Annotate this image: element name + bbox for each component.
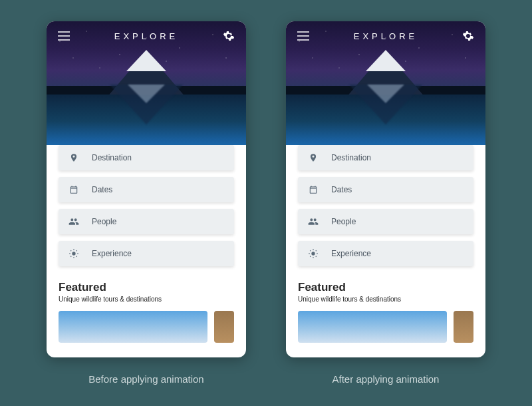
featured-subtitle: Unique wildlife tours & destinations (298, 296, 473, 303)
filter-label: Dates (92, 185, 112, 194)
filter-label: Destination (331, 153, 371, 162)
phone-after: EXPLORE Destination (286, 21, 485, 357)
hero-image: EXPLORE (47, 21, 246, 161)
calendar-icon (68, 184, 80, 196)
featured-card[interactable] (59, 311, 207, 343)
pin-icon (307, 152, 319, 164)
filter-label: Experience (331, 249, 371, 258)
filter-label: People (331, 217, 356, 226)
filter-label: People (92, 217, 116, 226)
filter-experience[interactable]: Experience (59, 241, 234, 266)
filter-dates[interactable]: Dates (59, 177, 234, 202)
filter-dates[interactable]: Dates (298, 177, 473, 202)
menu-icon[interactable] (295, 28, 311, 44)
filter-label: Experience (92, 249, 132, 258)
people-icon (68, 216, 80, 228)
settings-icon[interactable] (221, 28, 237, 44)
page-title: EXPLORE (114, 31, 178, 41)
filter-destination[interactable]: Destination (59, 145, 234, 170)
phone-before: EXPLORE Destination (47, 21, 246, 357)
svg-point-0 (72, 252, 75, 255)
settings-icon[interactable] (460, 28, 476, 44)
filter-people[interactable]: People (298, 209, 473, 234)
featured-card[interactable] (298, 311, 447, 343)
featured-heading: Featured (59, 281, 234, 294)
hero-image: EXPLORE (286, 21, 485, 161)
menu-icon[interactable] (56, 28, 72, 44)
filter-people[interactable]: People (59, 209, 234, 234)
people-icon (307, 216, 319, 228)
filter-destination[interactable]: Destination (298, 145, 473, 170)
filter-label: Dates (331, 185, 352, 194)
caption-before: Before applying animation (88, 373, 203, 385)
featured-subtitle: Unique wildlife tours & destinations (59, 296, 234, 303)
svg-point-1 (311, 252, 315, 255)
featured-heading: Featured (298, 281, 473, 294)
page-title: EXPLORE (354, 31, 418, 41)
sun-icon (68, 248, 80, 260)
filter-experience[interactable]: Experience (298, 241, 473, 266)
caption-after: After applying animation (332, 373, 440, 385)
sun-icon (307, 248, 319, 260)
calendar-icon (307, 184, 319, 196)
filter-label: Destination (92, 153, 132, 162)
featured-card[interactable] (214, 311, 234, 343)
featured-card[interactable] (454, 311, 473, 343)
pin-icon (68, 152, 80, 164)
